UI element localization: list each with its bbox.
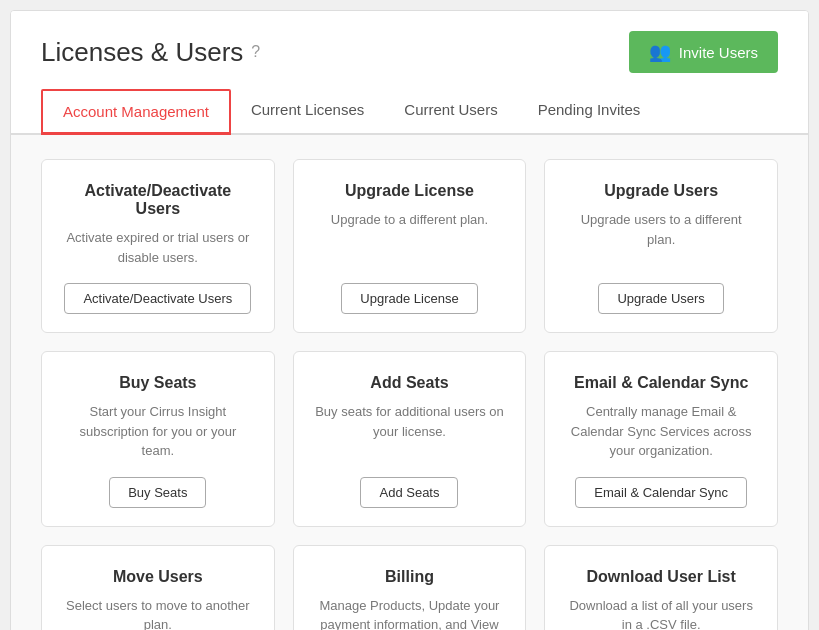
- tab-pending-invites[interactable]: Pending Invites: [518, 89, 661, 135]
- card-btn-add-seats[interactable]: Add Seats: [360, 477, 458, 508]
- card-title-billing: Billing: [385, 568, 434, 586]
- card-btn-upgrade-users[interactable]: Upgrade Users: [598, 283, 723, 314]
- tab-account-management[interactable]: Account Management: [41, 89, 231, 135]
- page-title: Licenses & Users ?: [41, 37, 260, 68]
- main-window: Licenses & Users ? 👥 Invite Users Accoun…: [10, 10, 809, 630]
- card-desc-buy-seats: Start your Cirrus Insight subscription f…: [62, 402, 254, 461]
- card-title-add-seats: Add Seats: [370, 374, 448, 392]
- card-title-buy-seats: Buy Seats: [119, 374, 196, 392]
- card-upgrade-users: Upgrade UsersUpgrade users to a differen…: [544, 159, 778, 333]
- main-content: Activate/Deactivate UsersActivate expire…: [11, 135, 808, 630]
- help-icon[interactable]: ?: [251, 43, 260, 61]
- card-activate-deactivate: Activate/Deactivate UsersActivate expire…: [41, 159, 275, 333]
- page-header: Licenses & Users ? 👥 Invite Users: [11, 11, 808, 89]
- card-email-calendar-sync: Email & Calendar SyncCentrally manage Em…: [544, 351, 778, 527]
- card-title-activate-deactivate: Activate/Deactivate Users: [62, 182, 254, 218]
- card-title-download-user-list: Download User List: [586, 568, 735, 586]
- card-desc-email-calendar-sync: Centrally manage Email & Calendar Sync S…: [565, 402, 757, 461]
- card-move-users: Move UsersSelect users to move to anothe…: [41, 545, 275, 631]
- card-desc-download-user-list: Download a list of all your users in a .…: [565, 596, 757, 631]
- card-upgrade-license: Upgrade LicenseUpgrade to a different pl…: [293, 159, 527, 333]
- card-title-move-users: Move Users: [113, 568, 203, 586]
- card-desc-activate-deactivate: Activate expired or trial users or disab…: [62, 228, 254, 267]
- card-btn-email-calendar-sync[interactable]: Email & Calendar Sync: [575, 477, 747, 508]
- card-desc-add-seats: Buy seats for additional users on your l…: [314, 402, 506, 461]
- card-desc-billing: Manage Products, Update your payment inf…: [314, 596, 506, 631]
- card-btn-upgrade-license[interactable]: Upgrade License: [341, 283, 477, 314]
- card-desc-upgrade-license: Upgrade to a different plan.: [331, 210, 488, 267]
- cards-grid: Activate/Deactivate UsersActivate expire…: [41, 159, 778, 630]
- tab-current-licenses[interactable]: Current Licenses: [231, 89, 384, 135]
- tabs-bar: Account ManagementCurrent LicensesCurren…: [11, 89, 808, 135]
- card-title-upgrade-license: Upgrade License: [345, 182, 474, 200]
- card-desc-upgrade-users: Upgrade users to a different plan.: [565, 210, 757, 267]
- card-download-user-list: Download User ListDownload a list of all…: [544, 545, 778, 631]
- card-btn-buy-seats[interactable]: Buy Seats: [109, 477, 206, 508]
- card-desc-move-users: Select users to move to another plan.: [62, 596, 254, 631]
- card-title-upgrade-users: Upgrade Users: [604, 182, 718, 200]
- invite-icon: 👥: [649, 41, 671, 63]
- invite-button-label: Invite Users: [679, 44, 758, 61]
- card-btn-activate-deactivate[interactable]: Activate/Deactivate Users: [64, 283, 251, 314]
- tab-current-users[interactable]: Current Users: [384, 89, 517, 135]
- card-buy-seats: Buy SeatsStart your Cirrus Insight subsc…: [41, 351, 275, 527]
- card-add-seats: Add SeatsBuy seats for additional users …: [293, 351, 527, 527]
- card-billing: BillingManage Products, Update your paym…: [293, 545, 527, 631]
- title-text: Licenses & Users: [41, 37, 243, 68]
- card-title-email-calendar-sync: Email & Calendar Sync: [574, 374, 748, 392]
- invite-users-button[interactable]: 👥 Invite Users: [629, 31, 778, 73]
